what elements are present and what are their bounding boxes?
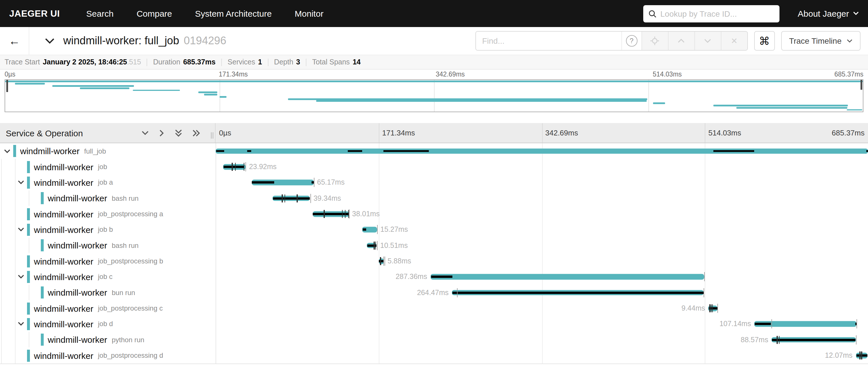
trace-lookup-input[interactable]: [660, 9, 774, 18]
minimap-left-scrubber[interactable]: [6, 80, 8, 92]
keyboard-shortcuts-button[interactable]: ⌘: [754, 31, 775, 51]
collapse-one-icon[interactable]: [142, 130, 149, 136]
span-row-timeline[interactable]: 88.57ms: [216, 332, 868, 348]
nav-item-search[interactable]: Search: [86, 9, 114, 19]
log-marker[interactable]: [712, 304, 713, 312]
log-marker[interactable]: [380, 257, 381, 265]
clear-find-button[interactable]: ✕: [720, 32, 747, 50]
span-duration-label: 10.51ms: [380, 241, 408, 249]
span-row-timeline[interactable]: 65.17ms: [216, 175, 868, 191]
span-row-timeline[interactable]: 38.01ms: [216, 206, 868, 222]
chevron-down-icon[interactable]: [18, 275, 27, 279]
focus-span-button[interactable]: [641, 32, 668, 50]
nav-item-monitor[interactable]: Monitor: [294, 9, 323, 19]
minimap-span-bar: [714, 105, 847, 107]
span-row-label[interactable]: windmill-worker job_postprocessing b: [0, 253, 216, 269]
log-marker[interactable]: [711, 304, 712, 312]
log-marker[interactable]: [235, 163, 236, 171]
span-row-timeline[interactable]: 23.92ms: [216, 159, 868, 175]
expand-one-icon[interactable]: [159, 129, 164, 137]
column-resizer[interactable]: [211, 132, 213, 139]
log-marker[interactable]: [243, 163, 244, 171]
span-row-label[interactable]: windmill-worker python run: [0, 332, 216, 348]
log-marker[interactable]: [861, 351, 862, 359]
chevron-down-icon[interactable]: [18, 322, 27, 326]
span-row-label[interactable]: windmill-worker bun run: [0, 285, 216, 300]
span-row-timeline[interactable]: 264.47ms: [216, 285, 868, 300]
chevron-down-icon[interactable]: [18, 180, 27, 185]
log-marker[interactable]: [777, 336, 777, 344]
span-row-label[interactable]: windmill-worker job b: [0, 222, 216, 237]
span-row-label[interactable]: windmill-worker job: [0, 159, 216, 175]
minimap-span-bar: [653, 103, 665, 105]
span-row-timeline[interactable]: 9.44ms: [216, 300, 868, 316]
span-row-timeline[interactable]: 12.07ms: [216, 348, 868, 364]
minimap-row: [5, 91, 863, 94]
span-row-timeline[interactable]: 5.88ms: [216, 253, 868, 269]
trace-view-selector[interactable]: Trace Timeline: [781, 31, 861, 51]
minimap-row: [5, 85, 863, 87]
nav-item-system-architecture[interactable]: System Architecture: [195, 9, 272, 19]
top-nav: JAEGER UI Search Compare System Architec…: [0, 0, 868, 27]
tick-label-50: 342.69ms: [545, 128, 578, 137]
trace-minimap[interactable]: [5, 79, 863, 112]
indent-guide: [1, 191, 2, 206]
timeline-header-band: Service & Operation 0µs: [0, 123, 868, 143]
find-help-button[interactable]: ?: [621, 32, 641, 50]
span-row-timeline[interactable]: 107.14ms: [216, 316, 868, 332]
span-bar[interactable]: [431, 274, 704, 280]
log-marker[interactable]: [375, 241, 376, 249]
span-boundary-marker: [772, 319, 772, 329]
span-row: windmill-worker bash run 39.34ms: [0, 191, 868, 206]
log-marker[interactable]: [232, 163, 233, 171]
log-marker[interactable]: [374, 241, 375, 249]
chevron-down-icon[interactable]: [18, 228, 27, 232]
log-marker[interactable]: [297, 194, 298, 202]
find-input[interactable]: [476, 32, 621, 50]
span-duration-label: 15.27ms: [380, 226, 408, 234]
log-marker[interactable]: [342, 210, 343, 218]
collapse-all-icon[interactable]: [175, 129, 182, 137]
duration-value: 685.37ms: [183, 58, 216, 66]
span-bar[interactable]: [216, 148, 868, 154]
span-row-label[interactable]: windmill-worker bash run: [0, 237, 216, 253]
span-row-label[interactable]: windmill-worker bash run: [0, 191, 216, 206]
span-row-timeline[interactable]: [216, 143, 868, 159]
log-marker[interactable]: [860, 351, 861, 359]
span-duration-label: 12.07ms: [825, 351, 852, 359]
log-marker[interactable]: [284, 194, 285, 202]
prev-result-button[interactable]: [668, 32, 694, 50]
log-marker[interactable]: [324, 210, 325, 218]
about-jaeger-menu[interactable]: About Jaeger: [798, 9, 859, 19]
span-row-label[interactable]: windmill-worker job_postprocessing c: [0, 300, 216, 316]
log-marker[interactable]: [282, 194, 283, 202]
span-duration-label: 23.92ms: [249, 163, 277, 171]
tick-label-0: 0µs: [219, 128, 231, 137]
back-button[interactable]: ←: [0, 27, 29, 55]
minimap-right-scrubber[interactable]: [861, 80, 862, 90]
nav-item-compare[interactable]: Compare: [136, 9, 172, 19]
span-row-timeline[interactable]: 10.51ms: [216, 237, 868, 253]
chevron-down-icon[interactable]: [4, 149, 13, 153]
critical-path-segment: [313, 213, 348, 215]
collapse-trace-header-button[interactable]: [45, 38, 55, 44]
expand-all-icon[interactable]: [192, 129, 200, 137]
span-row-label[interactable]: windmill-worker job_postprocessing d: [0, 348, 216, 364]
span-row-label[interactable]: windmill-worker job d: [0, 316, 216, 332]
span-row-label[interactable]: windmill-worker job c: [0, 269, 216, 285]
log-marker[interactable]: [779, 336, 779, 344]
chevron-up-icon: [678, 38, 685, 43]
log-marker[interactable]: [345, 210, 346, 218]
brand-logo[interactable]: JAEGER UI: [9, 8, 60, 19]
span-row-label[interactable]: windmill-worker full_job: [0, 143, 216, 159]
span-row-timeline[interactable]: 39.34ms: [216, 191, 868, 206]
span-row: windmill-worker job d 107.14ms: [0, 316, 868, 332]
span-row-label[interactable]: windmill-worker job a: [0, 175, 216, 191]
span-row-label[interactable]: windmill-worker job_postprocessing a: [0, 206, 216, 222]
log-marker[interactable]: [710, 304, 711, 312]
service-color-bar: [27, 224, 30, 236]
critical-path-segment: [363, 229, 366, 231]
span-row-timeline[interactable]: 287.36ms: [216, 269, 868, 285]
next-result-button[interactable]: [694, 32, 720, 50]
span-row-timeline[interactable]: 15.27ms: [216, 222, 868, 237]
